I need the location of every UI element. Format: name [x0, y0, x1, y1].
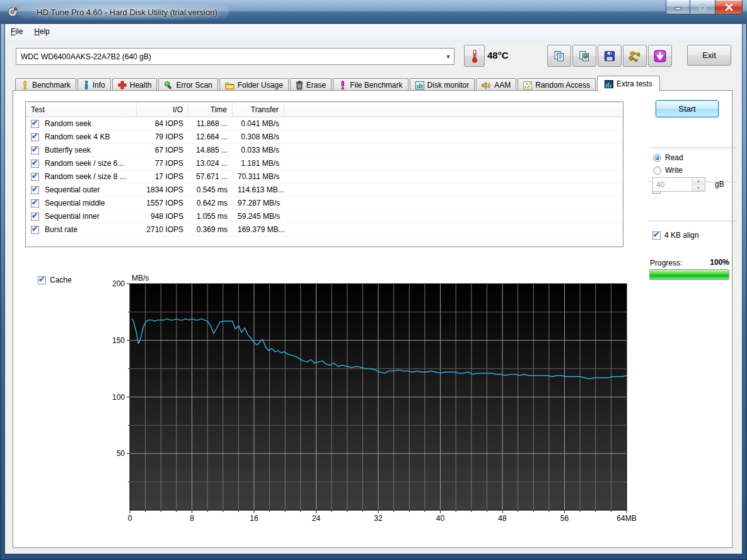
row-checkbox[interactable] [31, 186, 39, 194]
y-tick-label: 100 [112, 393, 125, 402]
table-row[interactable]: Random seek84 IOPS11.868 ...0.041 MB/s [26, 117, 623, 131]
transfer-value: 97.287 MB/s [233, 199, 284, 207]
test-name: Sequential outer [45, 185, 100, 194]
copy-image-button[interactable] [572, 45, 596, 67]
transfer-rate-chart: 0816243240485664MB50100150200MB/s [100, 272, 642, 525]
disk-monitor-icon [415, 81, 424, 90]
tab-health[interactable]: Health [112, 78, 158, 91]
column-header-test[interactable]: Test [26, 102, 137, 117]
download-button[interactable] [648, 45, 672, 67]
table-row[interactable]: Random seek / size 6...77 IOPS13.024 ...… [26, 157, 623, 170]
tab-label: Folder Usage [238, 81, 283, 90]
temperature-button[interactable] [464, 45, 485, 67]
tab-aam[interactable]: AAM [476, 78, 516, 91]
cache-checkbox[interactable] [38, 276, 46, 284]
progress-bar-fill [650, 270, 729, 279]
test-name: Random seek 4 KB [45, 132, 110, 141]
tab-error-scan[interactable]: Error Scan [158, 78, 217, 91]
align-checkbox[interactable] [652, 231, 661, 240]
start-button[interactable]: Start [656, 100, 719, 117]
exit-button[interactable]: Exit [687, 45, 731, 66]
menu-help[interactable]: Help [28, 24, 55, 39]
row-checkbox[interactable] [31, 226, 39, 234]
title-bar[interactable]: HD Tune Pro 4.60 - Hard Disk Utility (tr… [0, 0, 747, 24]
table-row[interactable]: Burst rate2710 IOPS0.369 ms169.379 MB... [26, 223, 623, 236]
short-stroke-size-spinner[interactable]: ▲ ▼ [652, 177, 705, 192]
minimize-button[interactable] [666, 0, 690, 15]
read-radio-row: Read [653, 153, 683, 162]
write-radio[interactable] [653, 166, 661, 175]
row-checkbox[interactable] [31, 173, 39, 181]
io-value: 79 IOPS [137, 132, 188, 141]
separator [649, 148, 737, 148]
io-value: 1557 IOPS [137, 199, 188, 207]
x-tick-label: 24 [312, 514, 321, 523]
time-value: 0.545 ms [188, 185, 233, 194]
tab-label: Extra tests [617, 79, 652, 88]
tab-erase[interactable]: Erase [290, 78, 332, 91]
io-value: 17 IOPS [137, 172, 188, 181]
copy-text-button[interactable] [547, 45, 571, 67]
copy-image-icon [579, 50, 590, 62]
y-axis-unit-label: MB/s [132, 274, 149, 283]
tab-random-access[interactable]: Random Access [518, 78, 596, 91]
time-value: 14.885 ... [188, 146, 233, 155]
tab-file-benchmark[interactable]: File Benchmark [333, 78, 408, 91]
table-row[interactable]: Random seek 4 KB79 IOPS12.664 ...0.308 M… [26, 131, 623, 144]
column-header-transfer[interactable]: Transfer [233, 102, 284, 117]
drive-selector[interactable]: WDC WD6400AAKS-22A7B2 (640 gB) ▼ [16, 48, 455, 65]
read-radio[interactable] [653, 154, 661, 162]
table-row[interactable]: Sequential middle1557 IOPS0.642 ms97.287… [26, 197, 623, 210]
table-row[interactable]: Butterfly seek67 IOPS14.885 ...0.033 MB/… [26, 144, 623, 157]
temperature-value: 48°C [487, 50, 509, 61]
tab-benchmark[interactable]: Benchmark [15, 78, 76, 91]
progress-bar [649, 269, 729, 280]
table-row[interactable]: Sequential outer1834 IOPS0.545 ms114.613… [26, 184, 623, 197]
keys-button[interactable] [623, 45, 647, 67]
save-button[interactable] [598, 45, 622, 67]
row-checkbox[interactable] [31, 146, 39, 155]
test-name: Sequential middle [45, 199, 105, 207]
short-stroke-size-input[interactable] [653, 178, 692, 191]
io-value: 948 IOPS [137, 212, 188, 221]
time-value: 0.642 ms [188, 199, 233, 207]
test-name: Butterfly seek [45, 146, 91, 155]
tab-info[interactable]: Info [78, 78, 111, 91]
io-value: 77 IOPS [137, 159, 188, 168]
random-access-icon [523, 81, 532, 90]
row-checkbox[interactable] [31, 160, 39, 168]
menu-file[interactable]: File [5, 24, 28, 39]
table-header: TestI/OTimeTransfer [26, 102, 623, 117]
table-row[interactable]: Sequential inner948 IOPS1.055 ms59.245 M… [26, 210, 623, 223]
results-table: TestI/OTimeTransfer Random seek84 IOPS11… [25, 102, 623, 247]
row-checkbox[interactable] [31, 133, 39, 141]
row-checkbox[interactable] [31, 199, 39, 207]
row-checkbox[interactable] [31, 120, 39, 128]
x-tick-label: 32 [374, 514, 383, 523]
row-checkbox[interactable] [31, 213, 39, 221]
tab-folder-usage[interactable]: Folder Usage [219, 78, 289, 91]
table-row[interactable]: Random seek / size 8 ...17 IOPS57.671 ..… [26, 170, 623, 184]
spinner-arrows[interactable]: ▲ ▼ [692, 178, 705, 191]
app-icon [8, 6, 18, 19]
x-tick-label: 56 [560, 514, 569, 523]
tab-extra-tests[interactable]: Extra tests [597, 76, 660, 91]
close-button[interactable] [715, 0, 743, 15]
io-value: 67 IOPS [137, 146, 188, 155]
column-header-time[interactable]: Time [188, 102, 233, 117]
transfer-value: 114.613 MB... [233, 185, 284, 194]
spinner-down-icon: ▼ [692, 185, 705, 191]
y-tick-label: 200 [112, 279, 125, 288]
app-window: HD Tune Pro 4.60 - Hard Disk Utility (tr… [0, 0, 747, 560]
tab-disk-monitor[interactable]: Disk monitor [410, 78, 475, 91]
separator [649, 221, 737, 221]
io-value: 1834 IOPS [137, 185, 188, 194]
x-tick-label: 8 [190, 514, 194, 523]
copy-text-icon [553, 50, 565, 62]
maximize-button[interactable] [690, 0, 715, 15]
tab-label: Disk monitor [427, 81, 470, 90]
column-header-io[interactable]: I/O [137, 102, 188, 117]
transfer-value: 1.181 MB/s [233, 159, 284, 168]
benchmark-icon [21, 81, 29, 90]
write-radio-row: Write [653, 166, 683, 175]
